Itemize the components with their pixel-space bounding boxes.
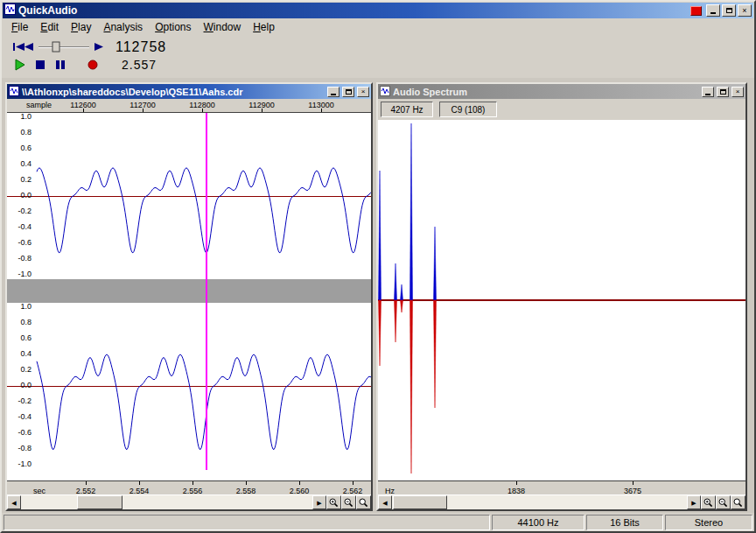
tick-mark bbox=[139, 481, 140, 485]
amplitude-tick-label: 0.0 bbox=[9, 381, 32, 389]
record-button[interactable] bbox=[85, 58, 101, 72]
menu-play[interactable]: Play bbox=[65, 19, 97, 35]
magnifier-icon bbox=[359, 498, 368, 508]
close-icon: × bbox=[742, 7, 746, 15]
scroll-left-button[interactable]: ◀ bbox=[7, 495, 21, 509]
maximize-button[interactable] bbox=[722, 4, 736, 17]
minimize-button[interactable] bbox=[706, 4, 720, 17]
window-title: QuickAudio bbox=[18, 4, 688, 17]
amplitude-tick-label: 0.4 bbox=[9, 349, 32, 358]
menu-help[interactable]: Help bbox=[247, 19, 281, 35]
tick-mark bbox=[202, 109, 203, 112]
child-maximize-button[interactable] bbox=[342, 87, 354, 97]
status-bits: 16 Bits bbox=[586, 515, 663, 530]
zoom-in-icon bbox=[329, 498, 339, 508]
scrollbar-thumb[interactable] bbox=[77, 495, 122, 509]
position-seconds: 2.557 bbox=[122, 58, 157, 72]
child-minimize-button[interactable] bbox=[327, 87, 340, 97]
zoom-full-button[interactable] bbox=[731, 495, 746, 509]
menu-file[interactable]: File bbox=[5, 19, 34, 35]
titlebar-buttons: × bbox=[690, 4, 752, 17]
amplitude-tick-label: -1.0 bbox=[9, 459, 32, 468]
status-channels: Stereo bbox=[665, 515, 752, 530]
note-readout: C9 (108) bbox=[439, 102, 497, 117]
arrow-right-icon: ▶ bbox=[317, 500, 321, 506]
amplitude-tick-label: 0.6 bbox=[9, 144, 32, 152]
zoom-out-icon bbox=[344, 498, 354, 508]
transport-controls bbox=[12, 58, 101, 72]
child-minimize-button[interactable] bbox=[702, 87, 714, 97]
minimize-icon bbox=[710, 12, 716, 14]
arrow-left-icon: ◀ bbox=[382, 500, 387, 506]
arrow-right-icon: ▶ bbox=[691, 500, 696, 506]
playback-cursor[interactable] bbox=[206, 113, 207, 470]
amplitude-tick-label: 0.8 bbox=[9, 128, 32, 137]
sample-ruler: sample 112600112700112800112900113000 bbox=[7, 99, 371, 113]
waveform-titlebar[interactable]: \\Athlonxp\shareddocs\Develop\QSE11\Aahs… bbox=[7, 84, 371, 99]
menu-edit[interactable]: Edit bbox=[34, 19, 65, 35]
step-forward-icon bbox=[94, 43, 103, 51]
stop-button[interactable] bbox=[32, 58, 48, 72]
slider-thumb bbox=[52, 42, 60, 52]
close-button[interactable]: × bbox=[738, 4, 752, 17]
scroll-right-button[interactable]: ▶ bbox=[687, 495, 701, 509]
app-icon bbox=[4, 3, 16, 18]
zoom-full-button[interactable] bbox=[356, 495, 371, 509]
tick-mark bbox=[143, 109, 144, 112]
time-ruler: sec 2.5522.5542.5562.5582.5602.562 bbox=[7, 480, 371, 494]
tick-mark bbox=[321, 109, 322, 112]
amplitude-tick-label: -1.0 bbox=[9, 270, 32, 278]
zoom-out-icon bbox=[718, 498, 728, 508]
spectrum-scrollbar[interactable]: ◀ ▶ bbox=[378, 494, 746, 509]
tick-mark bbox=[246, 481, 247, 485]
position-slider[interactable] bbox=[10, 39, 107, 55]
spectrum-plot[interactable] bbox=[378, 120, 746, 480]
amplitude-tick-label: -0.2 bbox=[9, 396, 32, 405]
tick-mark bbox=[86, 481, 87, 485]
status-samplerate: 44100 Hz bbox=[492, 515, 584, 530]
channel-separator bbox=[7, 279, 371, 303]
tick-mark bbox=[353, 481, 354, 485]
waveform-plot[interactable]: 1.00.80.60.40.20.0-0.2-0.4-0.6-0.8-1.01.… bbox=[7, 113, 371, 480]
zoom-in-icon bbox=[704, 498, 713, 508]
mdi-area: \\Athlonxp\shareddocs\Develop\QSE11\Aahs… bbox=[2, 78, 754, 513]
main-titlebar[interactable]: QuickAudio × bbox=[3, 3, 753, 18]
amplitude-tick-label: 0.2 bbox=[9, 175, 32, 184]
pause-icon bbox=[54, 59, 66, 71]
status-main bbox=[4, 515, 490, 530]
child-close-button[interactable]: × bbox=[357, 87, 369, 97]
quickaudio-window: QuickAudio × File Edit Play Analysis Opt… bbox=[0, 0, 756, 533]
scrollbar-thumb[interactable] bbox=[393, 495, 447, 509]
amplitude-tick-label: -0.6 bbox=[9, 238, 32, 247]
document-icon bbox=[9, 84, 19, 100]
child-close-button[interactable]: × bbox=[732, 87, 744, 97]
spectrum-titlebar[interactable]: Audio Spectrum × bbox=[378, 84, 746, 99]
spectrum-title: Audio Spectrum bbox=[393, 87, 699, 97]
zoom-out-button[interactable] bbox=[716, 495, 731, 509]
waveform-scrollbar[interactable]: ◀ ▶ bbox=[7, 494, 371, 509]
spectrum-readouts: 4207 Hz C9 (108) bbox=[378, 99, 746, 120]
waveform-title: \\Athlonxp\shareddocs\Develop\QSE11\Aahs… bbox=[22, 87, 325, 97]
pause-button[interactable] bbox=[52, 58, 68, 72]
magnifier-icon bbox=[733, 498, 743, 508]
tick-mark bbox=[633, 481, 634, 485]
zoom-out-button[interactable] bbox=[341, 495, 356, 509]
tick-mark bbox=[192, 481, 193, 485]
scroll-right-button[interactable]: ▶ bbox=[312, 495, 326, 509]
arrow-left-icon: ◀ bbox=[11, 500, 16, 506]
menu-window[interactable]: Window bbox=[198, 19, 248, 35]
zoom-in-button[interactable] bbox=[326, 495, 341, 509]
scroll-left-button[interactable]: ◀ bbox=[378, 495, 392, 509]
amplitude-tick-label: -0.8 bbox=[9, 444, 32, 452]
amplitude-tick-label: -0.6 bbox=[9, 428, 32, 437]
amplitude-tick-label: 0.0 bbox=[9, 191, 32, 200]
menu-options[interactable]: Options bbox=[149, 19, 197, 35]
skip-start-icon bbox=[13, 43, 15, 51]
menu-analysis[interactable]: Analysis bbox=[97, 19, 149, 35]
child-maximize-button[interactable] bbox=[717, 87, 729, 97]
play-button[interactable] bbox=[12, 58, 28, 72]
minimize-icon bbox=[705, 94, 710, 95]
spectrum-graphic bbox=[378, 120, 746, 480]
zoom-in-button[interactable] bbox=[701, 495, 716, 509]
minimize-icon bbox=[331, 94, 336, 95]
